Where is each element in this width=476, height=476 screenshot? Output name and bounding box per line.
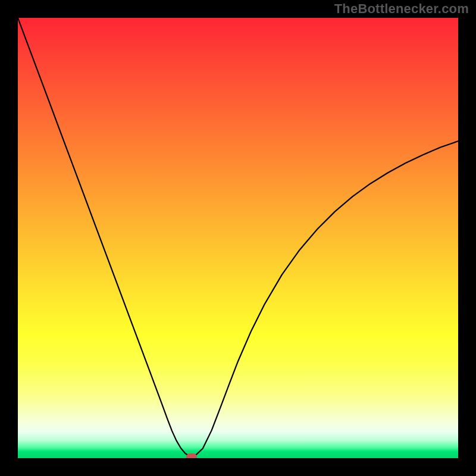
plot-area bbox=[18, 18, 458, 458]
curve-svg bbox=[18, 18, 458, 458]
bottleneck-curve-path bbox=[18, 18, 458, 457]
chart-frame: TheBottlenecker.com bbox=[0, 0, 476, 476]
optimal-point-marker bbox=[186, 453, 197, 458]
attribution-label: TheBottlenecker.com bbox=[334, 1, 469, 17]
